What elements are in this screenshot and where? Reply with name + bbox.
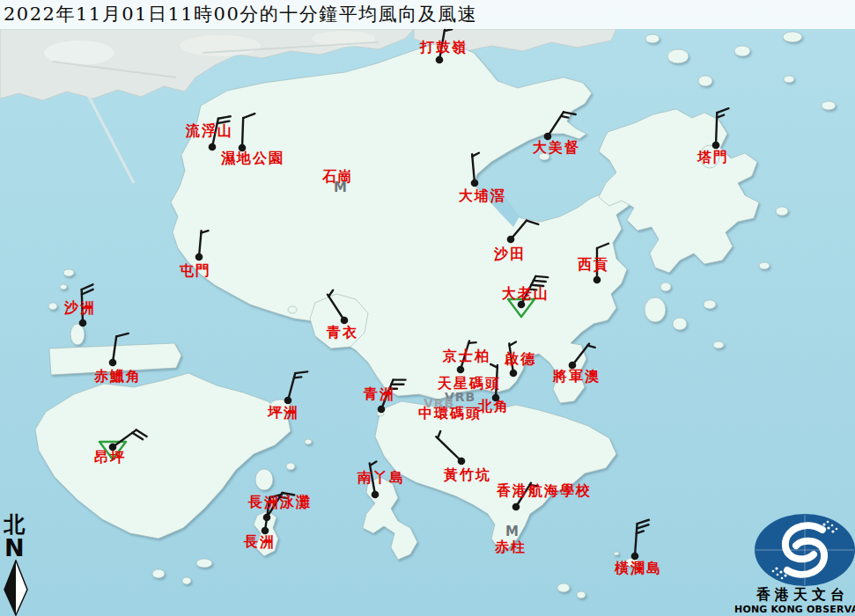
station-dot-sai-kung <box>593 276 601 284</box>
station-dot-tseung-kwan-o <box>569 362 577 370</box>
station-dot-tap-mun <box>712 142 720 150</box>
station-dot-hk-sea-school <box>512 503 520 511</box>
wind-barb-kings-park <box>461 341 476 370</box>
hko-wind-map-screenshot: 打鼓嶺流浮山濕地公園石崗M大美督塔門大埔滘沙田西貢大老山屯門沙洲赤鱲角青衣京士柏… <box>0 0 855 616</box>
wind-barb-sai-kung <box>597 244 608 280</box>
wind-barb-hk-sea-school <box>516 483 537 507</box>
wind-barb-ngong-ping <box>113 430 147 447</box>
station-dot-tai-po-kau <box>471 180 479 187</box>
wind-barb-green-island <box>381 380 405 409</box>
hko-name-english: HONG KONG OBSERVATORY <box>734 605 855 614</box>
wind-barb-north-point <box>490 364 498 398</box>
station-dot-tates-cairn <box>518 301 526 309</box>
station-dot-sha-tin <box>507 236 515 244</box>
station-dot-wong-chuk-hang <box>458 458 466 466</box>
wind-barb-waglan-island <box>635 520 649 556</box>
station-dot-ngong-ping <box>109 444 117 451</box>
wind-barb-tap-mun <box>716 108 728 145</box>
station-dot-tai-mei-tuk <box>544 133 552 141</box>
wind-barb-cheung-chau <box>265 495 282 531</box>
compass-north-letter: N <box>4 536 25 560</box>
wind-barb-tsing-yi <box>328 290 344 320</box>
hko-logo: 香港天文台 HONG KONG OBSERVATORY <box>729 510 855 616</box>
wind-barb-lau-fau-shan <box>212 116 231 147</box>
north-arrow-icon <box>2 560 30 616</box>
wind-barb-sha-tin <box>511 221 538 239</box>
station-dot-kai-tak <box>510 370 518 378</box>
station-dot-lau-fau-shan <box>209 143 217 151</box>
hko-name-chinese: 香港天文台 <box>756 588 849 602</box>
compass-north-hanzi: 北 <box>4 514 25 535</box>
wind-barb-kai-tak <box>509 342 516 373</box>
station-dot-tsing-yi <box>341 317 349 325</box>
wind-barb-tai-po-kau <box>472 153 479 183</box>
wind-barb-ta-kwu-ling <box>439 29 452 60</box>
wind-barb-tuen-mun <box>199 231 209 257</box>
wind-barb-wetland-park <box>242 114 254 148</box>
wind-barb-wong-chuk-hang <box>436 431 461 461</box>
wind-barb-tseung-kwan-o <box>572 344 595 365</box>
wind-barb-sha-chau <box>82 284 93 323</box>
station-dot-kings-park <box>457 366 465 374</box>
station-dot-ta-kwu-ling <box>436 56 444 64</box>
station-dot-wetland-park <box>239 144 247 152</box>
station-dot-cheung-chau <box>262 527 269 535</box>
station-dot-chek-lap-kok <box>109 359 117 367</box>
wind-barb-tai-mei-tuk <box>548 112 576 136</box>
station-dot-lamma-island <box>372 491 380 499</box>
station-dot-waglan-island <box>631 553 639 561</box>
station-dot-north-point <box>492 394 500 402</box>
title-bar: 2022年11月01日11時00分的十分鐘平均風向及風速 <box>0 0 855 29</box>
wind-barb-chek-lap-kok <box>113 334 129 363</box>
station-dot-tuen-mun <box>195 253 203 261</box>
hko-logo-icon <box>729 510 855 586</box>
map-title: 2022年11月01日11時00分的十分鐘平均風向及風速 <box>4 4 477 26</box>
station-dot-green-island <box>378 406 386 414</box>
wind-barb-lamma-island <box>370 462 377 495</box>
wind-barb-peng-chau <box>288 371 307 400</box>
station-dot-peng-chau <box>284 397 292 405</box>
stations-overlay <box>0 0 855 616</box>
north-compass: 北 N <box>2 514 33 616</box>
station-dot-sha-chau <box>79 319 87 327</box>
